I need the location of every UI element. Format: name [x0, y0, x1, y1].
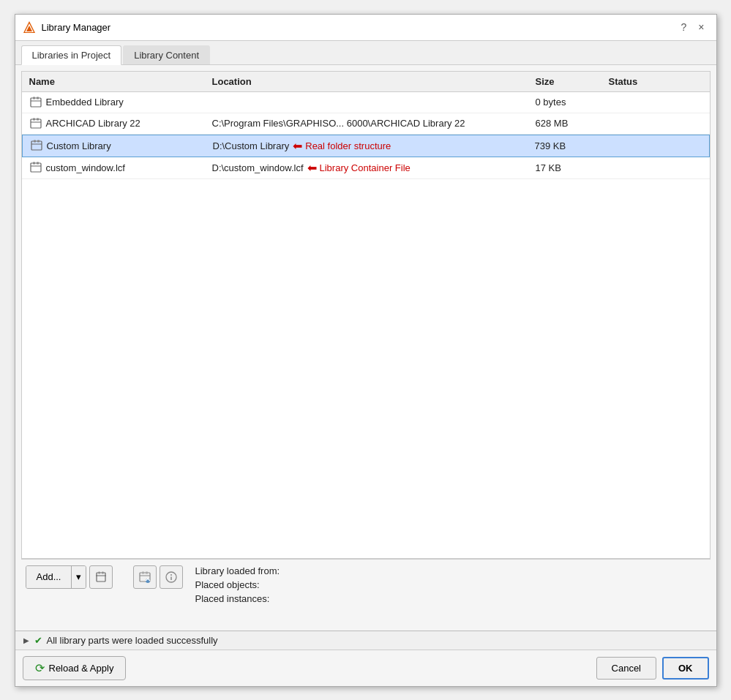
svg-rect-21	[99, 571, 100, 573]
library-icon	[30, 139, 43, 152]
col-header-location: Location	[209, 75, 533, 89]
toolbar-right: Library loaded from: Placed objects: Pla…	[186, 565, 705, 619]
col-header-size: Size	[533, 75, 606, 89]
svg-rect-11	[31, 141, 42, 150]
help-button[interactable]: ?	[677, 20, 691, 34]
library-table[interactable]: Name Location Size Status Embedded Libra…	[21, 71, 711, 559]
svg-rect-6	[37, 97, 39, 99]
svg-rect-26	[146, 571, 148, 573]
cell-size: 628 MB	[533, 116, 606, 130]
info-placed-instances: Placed instances:	[195, 593, 705, 604]
svg-point-27	[146, 579, 150, 583]
svg-rect-3	[31, 98, 41, 107]
svg-rect-18	[37, 162, 39, 165]
add-button-group: Add... ▾	[26, 565, 87, 589]
svg-rect-15	[31, 163, 41, 172]
table-row[interactable]: Custom Library D:\Custom Library ⬅ Real …	[22, 135, 710, 157]
table-body: Embedded Library 0 bytes	[22, 92, 710, 179]
cell-name: ARCHICAD Library 22	[26, 116, 209, 132]
move-up-button[interactable]	[133, 565, 157, 589]
cell-size: 739 KB	[532, 139, 605, 153]
cell-location: D:\Custom Library ⬅ Real folder structur…	[210, 138, 532, 154]
footer-right: Cancel OK	[596, 657, 709, 680]
main-content: Name Location Size Status Embedded Libra…	[15, 65, 716, 631]
status-bar: ▶ ✔ All library parts were loaded succes…	[15, 631, 716, 650]
reload-apply-button[interactable]: ⟳ Reload & Apply	[23, 656, 127, 680]
svg-rect-14	[37, 140, 40, 143]
status-message: All library parts were loaded successful…	[47, 635, 218, 646]
cell-status	[606, 122, 694, 125]
table-header: Name Location Size Status	[22, 72, 710, 92]
footer: ⟳ Reload & Apply Cancel OK	[15, 650, 716, 686]
add-button[interactable]: Add...	[26, 566, 72, 588]
cell-status	[605, 144, 693, 147]
svg-rect-10	[37, 118, 39, 120]
table-row[interactable]: custom_window.lcf D:\custom_window.lcf ⬅…	[22, 157, 710, 179]
cell-location: D:\custom_window.lcf ⬅ Library Container…	[209, 159, 533, 176]
svg-point-31	[170, 574, 172, 576]
svg-rect-17	[33, 162, 35, 165]
info-icon	[165, 571, 178, 584]
cell-name: Embedded Library	[26, 94, 209, 110]
add-dropdown-button[interactable]: ▾	[72, 566, 86, 588]
cell-name: Custom Library	[27, 138, 210, 154]
col-header-status: Status	[606, 75, 694, 89]
toolbar-left: Add... ▾	[26, 565, 184, 619]
tab-bar: Libraries in Project Library Content	[15, 41, 716, 65]
remove-library-button[interactable]	[89, 565, 113, 589]
bottom-toolbar: Add... ▾	[21, 559, 711, 625]
title-bar: Library Manager ? ×	[15, 15, 716, 41]
table-row[interactable]: ARCHICAD Library 22 C:\Program Files\GRA…	[22, 113, 710, 135]
svg-rect-13	[34, 140, 36, 143]
cancel-button[interactable]: Cancel	[596, 657, 656, 680]
library-icon	[29, 117, 42, 130]
cell-size: 0 bytes	[533, 95, 606, 109]
svg-rect-7	[31, 119, 41, 128]
app-icon	[23, 20, 36, 34]
svg-rect-22	[102, 571, 104, 573]
arrow-left-icon: ⬅	[307, 161, 317, 175]
info-placed-objects: Placed objects:	[195, 579, 705, 590]
table-row[interactable]: Embedded Library 0 bytes	[22, 92, 710, 113]
info-button[interactable]	[160, 565, 183, 589]
status-expand-button[interactable]: ▶	[23, 636, 30, 644]
cell-status	[606, 166, 694, 169]
svg-rect-5	[33, 97, 35, 99]
library-manager-dialog: Library Manager ? × Libraries in Project…	[15, 14, 717, 687]
move-up-icon	[138, 571, 151, 584]
info-library-loaded: Library loaded from:	[195, 565, 705, 576]
status-check-icon: ✔	[34, 635, 42, 646]
cell-name: custom_window.lcf	[26, 159, 209, 176]
window-title: Library Manager	[42, 22, 671, 33]
annotation-real-folder: ⬅ Real folder structure	[293, 139, 391, 153]
cell-status	[606, 101, 694, 104]
cell-location	[209, 101, 533, 104]
annotation-lcf: ⬅ Library Container File	[307, 161, 411, 175]
svg-rect-19	[97, 573, 105, 582]
reload-icon: ⟳	[35, 661, 45, 675]
arrow-left-icon: ⬅	[293, 139, 302, 153]
svg-rect-25	[142, 571, 144, 573]
window-controls: ? ×	[677, 20, 709, 34]
cell-size: 17 KB	[533, 161, 606, 175]
close-button[interactable]: ×	[694, 20, 708, 34]
library-icon	[29, 96, 42, 109]
svg-rect-9	[33, 118, 35, 120]
footer-left: ⟳ Reload & Apply	[23, 656, 591, 680]
tab-libraries-in-project[interactable]: Libraries in Project	[21, 45, 122, 65]
tab-library-content[interactable]: Library Content	[123, 45, 210, 64]
ok-button[interactable]: OK	[662, 657, 709, 680]
remove-icon	[94, 571, 108, 584]
cell-location: C:\Program Files\GRAPHISO... 6000\ARCHIC…	[209, 116, 533, 130]
library-icon	[29, 161, 42, 174]
col-header-name: Name	[26, 75, 209, 89]
